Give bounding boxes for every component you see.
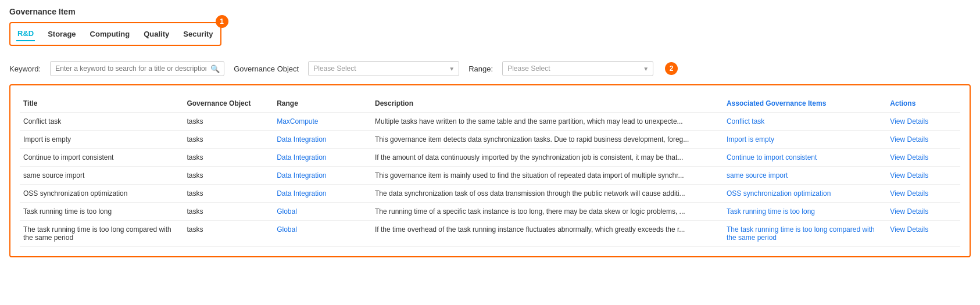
step1-badge: 1 — [216, 15, 228, 28]
cell-govobj: tasks — [183, 185, 273, 203]
view-details-link[interactable]: View Details — [890, 189, 928, 198]
governance-object-select[interactable]: Please Select — [308, 61, 459, 76]
table-row: Conflict tasktasksMaxComputeMultiple tas… — [20, 113, 960, 131]
range-link[interactable]: Data Integration — [277, 189, 326, 198]
cell-govobj: tasks — [183, 131, 273, 149]
assoc-link[interactable]: OSS synchronization optimization — [727, 189, 831, 198]
cell-assoc[interactable]: same source import — [723, 167, 886, 185]
tab-security[interactable]: Security — [182, 27, 214, 41]
view-details-link[interactable]: View Details — [890, 171, 928, 180]
cell-desc: The data synchronization task of oss dat… — [371, 185, 723, 203]
col-header-actions: Actions — [886, 95, 960, 113]
assoc-link[interactable]: Conflict task — [727, 117, 764, 125]
cell-action[interactable]: View Details — [886, 221, 960, 247]
cell-range[interactable]: Data Integration — [273, 185, 371, 203]
keyword-label: Keyword: — [9, 64, 41, 73]
view-details-link[interactable]: View Details — [890, 225, 928, 234]
tab-quality[interactable]: Quality — [142, 27, 170, 41]
governance-object-label: Governance Object — [234, 64, 299, 73]
cell-range[interactable]: Global — [273, 203, 371, 221]
cell-assoc[interactable]: Conflict task — [723, 113, 886, 131]
tab-computing[interactable]: Computing — [89, 27, 131, 41]
page-title: Governance Item — [9, 7, 971, 16]
keyword-input[interactable] — [50, 61, 224, 76]
assoc-link[interactable]: Continue to import consistent — [727, 153, 817, 162]
table-row: Import is emptytasksData IntegrationThis… — [20, 131, 960, 149]
table-row: Continue to import consistenttasksData I… — [20, 149, 960, 167]
col-header-assoc: Associated Governance Items — [723, 95, 886, 113]
cell-desc: If the time overhead of the task running… — [371, 221, 723, 247]
cell-desc: This governance item detects data synchr… — [371, 131, 723, 149]
cell-desc: If the amount of data continuously impor… — [371, 149, 723, 167]
col-header-desc: Description — [371, 95, 723, 113]
cell-action[interactable]: View Details — [886, 167, 960, 185]
view-details-link[interactable]: View Details — [890, 135, 928, 143]
search-icon[interactable]: 🔍 — [210, 64, 220, 73]
step2-badge: 2 — [665, 62, 678, 75]
range-link[interactable]: Data Integration — [277, 135, 326, 143]
cell-range[interactable]: MaxCompute — [273, 113, 371, 131]
cell-action[interactable]: View Details — [886, 113, 960, 131]
cell-range[interactable]: Data Integration — [273, 149, 371, 167]
cell-title: Continue to import consistent — [20, 149, 183, 167]
table-header-row: Title Governance Object Range Descriptio… — [20, 95, 960, 113]
table-row: same source importtasksData IntegrationT… — [20, 167, 960, 185]
cell-govobj: tasks — [183, 221, 273, 247]
cell-desc: Multiple tasks have written to the same … — [371, 113, 723, 131]
col-header-range: Range — [273, 95, 371, 113]
cell-title: Import is empty — [20, 131, 183, 149]
filter-row: Keyword: 🔍 Governance Object Please Sele… — [9, 58, 971, 80]
table-container: Title Governance Object Range Descriptio… — [9, 84, 971, 257]
cell-action[interactable]: View Details — [886, 203, 960, 221]
cell-govobj: tasks — [183, 149, 273, 167]
cell-assoc[interactable]: OSS synchronization optimization — [723, 185, 886, 203]
range-link[interactable]: MaxCompute — [277, 117, 318, 125]
view-details-link[interactable]: View Details — [890, 117, 928, 125]
range-link[interactable]: Global — [277, 225, 297, 234]
table-row: OSS synchronization optimizationtasksDat… — [20, 185, 960, 203]
range-link[interactable]: Global — [277, 207, 297, 216]
cell-desc: The running time of a specific task inst… — [371, 203, 723, 221]
table-row: Task running time is too longtasksGlobal… — [20, 203, 960, 221]
view-details-link[interactable]: View Details — [890, 207, 928, 216]
cell-title: same source import — [20, 167, 183, 185]
cell-title: The task running time is too long compar… — [20, 221, 183, 247]
cell-action[interactable]: View Details — [886, 131, 960, 149]
range-link[interactable]: Data Integration — [277, 153, 326, 162]
table-row: The task running time is too long compar… — [20, 221, 960, 247]
assoc-link[interactable]: same source import — [727, 171, 788, 180]
range-label: Range: — [468, 64, 493, 73]
assoc-link[interactable]: Import is empty — [727, 135, 774, 143]
cell-govobj: tasks — [183, 167, 273, 185]
assoc-link[interactable]: Task running time is too long — [727, 207, 815, 216]
cell-desc: This governance item is mainly used to f… — [371, 167, 723, 185]
cell-range[interactable]: Data Integration — [273, 167, 371, 185]
cell-action[interactable]: View Details — [886, 149, 960, 167]
cell-range[interactable]: Global — [273, 221, 371, 247]
cell-assoc[interactable]: Continue to import consistent — [723, 149, 886, 167]
tabs-row: R&D Storage Computing Quality Security — [10, 23, 220, 45]
cell-assoc[interactable]: Import is empty — [723, 131, 886, 149]
cell-assoc[interactable]: Task running time is too long — [723, 203, 886, 221]
assoc-link[interactable]: The task running time is too long compar… — [727, 225, 875, 242]
cell-range[interactable]: Data Integration — [273, 131, 371, 149]
cell-govobj: tasks — [183, 113, 273, 131]
cell-action[interactable]: View Details — [886, 185, 960, 203]
cell-assoc[interactable]: The task running time is too long compar… — [723, 221, 886, 247]
cell-title: Conflict task — [20, 113, 183, 131]
tab-rnd[interactable]: R&D — [16, 27, 35, 41]
view-details-link[interactable]: View Details — [890, 153, 928, 162]
main-table: Title Governance Object Range Descriptio… — [20, 95, 960, 247]
governance-object-select-wrapper: Please Select ▼ — [308, 61, 459, 76]
cell-title: OSS synchronization optimization — [20, 185, 183, 203]
range-link[interactable]: Data Integration — [277, 171, 326, 180]
cell-title: Task running time is too long — [20, 203, 183, 221]
page-wrapper: Governance Item R&D Storage Computing Qu… — [0, 0, 980, 305]
col-header-govobj: Governance Object — [183, 95, 273, 113]
cell-govobj: tasks — [183, 203, 273, 221]
tab-storage[interactable]: Storage — [47, 27, 77, 41]
range-select[interactable]: Please Select — [502, 61, 653, 76]
search-wrapper: 🔍 — [50, 61, 224, 76]
col-header-title: Title — [20, 95, 183, 113]
range-select-wrapper: Please Select ▼ — [502, 61, 653, 76]
